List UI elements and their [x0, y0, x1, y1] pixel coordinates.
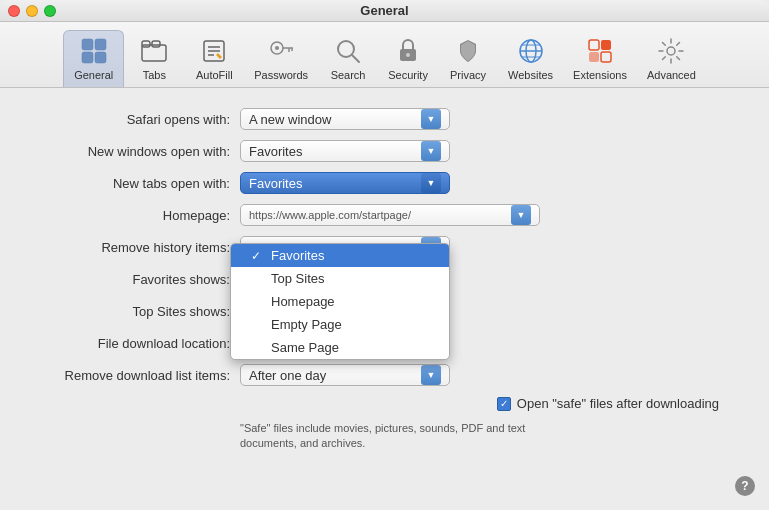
popup-label-empty-page: Empty Page — [271, 317, 342, 332]
svg-rect-2 — [82, 52, 93, 63]
safari-opens-dropdown[interactable]: A new window ▼ — [240, 108, 450, 130]
toolbar: General Tabs AutoFill — [0, 22, 769, 88]
toolbar-item-security[interactable]: Security — [378, 31, 438, 87]
svg-rect-1 — [95, 39, 106, 50]
open-safe-label: Open "safe" files after downloading — [517, 396, 719, 411]
popup-label-favorites: Favorites — [271, 248, 324, 263]
remove-download-arrow: ▼ — [421, 365, 441, 385]
toolbar-item-websites[interactable]: Websites — [498, 31, 563, 87]
svg-rect-5 — [142, 41, 150, 47]
new-tabs-control: Favorites ▼ — [240, 172, 749, 194]
remove-download-row: Remove download list items: After one da… — [20, 364, 749, 386]
toolbar-item-search[interactable]: Search — [318, 31, 378, 87]
new-tabs-label: New tabs open with: — [20, 176, 240, 191]
new-windows-value: Favorites — [249, 144, 417, 159]
popup-label-homepage: Homepage — [271, 294, 335, 309]
toolbar-item-general[interactable]: General — [63, 30, 124, 87]
new-windows-dropdown[interactable]: Favorites ▼ — [240, 140, 450, 162]
popup-item-top-sites[interactable]: Top Sites — [231, 267, 449, 290]
popup-item-same-page[interactable]: Same Page — [231, 336, 449, 359]
toolbar-item-advanced[interactable]: Advanced — [637, 31, 706, 87]
toolbar-item-privacy[interactable]: Privacy — [438, 31, 498, 87]
close-button[interactable] — [8, 5, 20, 17]
safe-note-row: "Safe" files include movies, pictures, s… — [20, 421, 749, 452]
toolbar-label-security: Security — [388, 69, 428, 81]
open-safe-check-group: ✓ Open "safe" files after downloading — [497, 396, 719, 411]
new-windows-label: New windows open with: — [20, 144, 240, 159]
new-windows-arrow: ▼ — [421, 141, 441, 161]
svg-rect-3 — [95, 52, 106, 63]
homepage-input[interactable]: https://www.apple.com/startpage/ ▼ — [240, 204, 540, 226]
remove-download-control: After one day ▼ — [240, 364, 749, 386]
svg-rect-28 — [601, 52, 611, 62]
search-icon — [332, 35, 364, 67]
new-tabs-row: New tabs open with: Favorites ▼ — [20, 172, 749, 194]
svg-point-12 — [275, 46, 279, 50]
popup-item-favorites[interactable]: ✓ Favorites — [231, 244, 449, 267]
autofill-icon — [198, 35, 230, 67]
homepage-label: Homepage: — [20, 208, 240, 223]
popup-label-top-sites: Top Sites — [271, 271, 324, 286]
new-windows-control: Favorites ▼ — [240, 140, 749, 162]
toolbar-label-search: Search — [331, 69, 366, 81]
window-controls — [8, 5, 56, 17]
safari-opens-label: Safari opens with: — [20, 112, 240, 127]
new-windows-row: New windows open with: Favorites ▼ — [20, 140, 749, 162]
svg-line-17 — [352, 55, 359, 62]
svg-rect-25 — [589, 40, 599, 50]
title-bar: General — [0, 0, 769, 22]
popup-checkmark-favorites: ✓ — [251, 249, 265, 263]
toolbar-label-privacy: Privacy — [450, 69, 486, 81]
security-icon — [392, 35, 424, 67]
maximize-button[interactable] — [44, 5, 56, 17]
open-safe-checkbox[interactable]: ✓ — [497, 397, 511, 411]
svg-point-19 — [406, 53, 410, 57]
new-tabs-value: Favorites — [249, 176, 417, 191]
svg-rect-26 — [601, 40, 611, 50]
new-tabs-dropdown[interactable]: Favorites ▼ — [240, 172, 450, 194]
homepage-arrow: ▼ — [511, 205, 531, 225]
svg-rect-6 — [152, 41, 160, 47]
safari-opens-value: A new window — [249, 112, 417, 127]
toolbar-label-tabs: Tabs — [143, 69, 166, 81]
minimize-button[interactable] — [26, 5, 38, 17]
top-sites-label: Top Sites shows: — [20, 304, 240, 319]
dropdown-popup: ✓ Favorites Top Sites Homepage Empty Pag… — [230, 243, 450, 360]
toolbar-item-extensions[interactable]: Extensions — [563, 31, 637, 87]
file-download-label: File download location: — [20, 336, 240, 351]
toolbar-item-tabs[interactable]: Tabs — [124, 31, 184, 87]
toolbar-label-autofill: AutoFill — [196, 69, 233, 81]
popup-label-same-page: Same Page — [271, 340, 339, 355]
extensions-icon — [584, 35, 616, 67]
svg-point-29 — [667, 47, 675, 55]
homepage-value: https://www.apple.com/startpage/ — [249, 209, 507, 221]
safari-opens-row: Safari opens with: A new window ▼ — [20, 108, 749, 130]
privacy-icon — [452, 35, 484, 67]
toolbar-label-websites: Websites — [508, 69, 553, 81]
help-icon: ? — [741, 479, 748, 493]
remove-download-dropdown[interactable]: After one day ▼ — [240, 364, 450, 386]
tabs-icon — [138, 35, 170, 67]
safe-note: "Safe" files include movies, pictures, s… — [240, 421, 540, 452]
safari-opens-control: A new window ▼ — [240, 108, 749, 130]
window-title: General — [360, 3, 408, 18]
advanced-icon — [655, 35, 687, 67]
safari-opens-arrow: ▼ — [421, 109, 441, 129]
passwords-icon — [265, 35, 297, 67]
popup-item-empty-page[interactable]: Empty Page — [231, 313, 449, 336]
help-button[interactable]: ? — [735, 476, 755, 496]
new-tabs-arrow: ▼ — [421, 173, 441, 193]
homepage-row: Homepage: https://www.apple.com/startpag… — [20, 204, 749, 226]
favorites-shows-label: Favorites shows: — [20, 272, 240, 287]
popup-item-homepage[interactable]: Homepage — [231, 290, 449, 313]
content-area: Safari opens with: A new window ▼ New wi… — [0, 88, 769, 477]
websites-icon — [515, 35, 547, 67]
svg-rect-27 — [589, 52, 599, 62]
remove-download-label: Remove download list items: — [20, 368, 240, 383]
toolbar-label-advanced: Advanced — [647, 69, 696, 81]
remove-download-value: After one day — [249, 368, 417, 383]
toolbar-item-passwords[interactable]: Passwords — [244, 31, 318, 87]
homepage-control: https://www.apple.com/startpage/ ▼ — [240, 204, 749, 226]
toolbar-item-autofill[interactable]: AutoFill — [184, 31, 244, 87]
general-icon — [78, 35, 110, 67]
